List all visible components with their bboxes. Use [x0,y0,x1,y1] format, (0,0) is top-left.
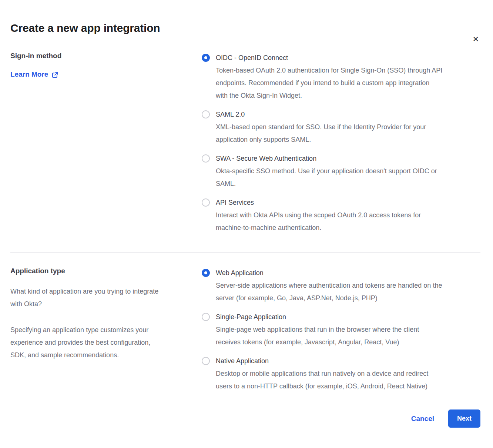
radio-label-web-application[interactable]: Web Application [216,267,480,279]
radio-option-api-services[interactable]: API Services Interact with Okta APIs usi… [202,196,480,234]
radio-label-saml[interactable]: SAML 2.0 [216,108,480,121]
radio-option-saml[interactable]: SAML 2.0 XML-based open standard for SSO… [202,108,480,146]
application-type-description-1: What kind of application are you trying … [10,285,191,310]
radio-api-services[interactable] [202,198,210,207]
application-type-options: Web Application Server-side applications… [202,267,480,392]
signin-method-heading: Sign-in method [10,51,191,60]
radio-option-single-page-application[interactable]: Single-Page Application Single-page web … [202,311,480,348]
page-title: Create a new app integration [10,21,480,35]
radio-desc-swa: Okta-specific SSO method. Use if your ap… [216,165,480,190]
section-divider [10,253,480,253]
radio-single-page-application[interactable] [202,313,210,321]
next-button[interactable]: Next [448,409,480,428]
radio-web-application[interactable] [202,269,210,277]
signin-method-options: OIDC - OpenID Connect Token-based OAuth … [202,51,480,234]
radio-desc-oidc: Token-based OAuth 2.0 authentication for… [216,64,480,102]
learn-more-label: Learn More [10,70,48,78]
application-type-left-column: Application type What kind of applicatio… [10,267,202,361]
external-link-icon [51,71,58,78]
application-type-section: Application type What kind of applicatio… [10,267,480,392]
radio-desc-native-application: Desktop or mobile applications that run … [216,367,480,392]
radio-option-swa[interactable]: SWA - Secure Web Authentication Okta-spe… [202,152,480,190]
radio-native-application[interactable] [202,357,210,365]
close-icon[interactable]: ✕ [472,35,480,44]
create-app-integration-modal: ✕ Create a new app integration Sign-in m… [0,21,493,448]
radio-label-single-page-application[interactable]: Single-Page Application [216,311,480,323]
radio-label-oidc[interactable]: OIDC - OpenID Connect [216,51,480,64]
radio-desc-saml: XML-based open standard for SSO. Use if … [216,121,480,146]
radio-label-swa[interactable]: SWA - Secure Web Authentication [216,152,480,165]
radio-oidc[interactable] [202,54,210,62]
radio-option-oidc[interactable]: OIDC - OpenID Connect Token-based OAuth … [202,51,480,102]
radio-label-native-application[interactable]: Native Application [216,355,480,367]
signin-method-left-column: Sign-in method Learn More [10,51,202,78]
application-type-heading: Application type [10,267,191,275]
cancel-button[interactable]: Cancel [411,415,434,423]
radio-option-native-application[interactable]: Native Application Desktop or mobile app… [202,355,480,392]
radio-desc-api-services: Interact with Okta APIs using the scoped… [216,209,480,234]
radio-desc-single-page-application: Single-page web applications that run in… [216,323,480,348]
radio-swa[interactable] [202,154,210,163]
radio-desc-web-application: Server-side applications where authentic… [216,279,480,304]
application-type-description-2: Specifying an application type customize… [10,324,191,361]
radio-saml[interactable] [202,110,210,118]
radio-option-web-application[interactable]: Web Application Server-side applications… [202,267,480,304]
learn-more-link[interactable]: Learn More [10,70,58,78]
signin-method-section: Sign-in method Learn More OIDC - OpenID … [10,51,480,234]
modal-footer: Cancel Next [10,409,480,428]
radio-label-api-services[interactable]: API Services [216,196,480,209]
